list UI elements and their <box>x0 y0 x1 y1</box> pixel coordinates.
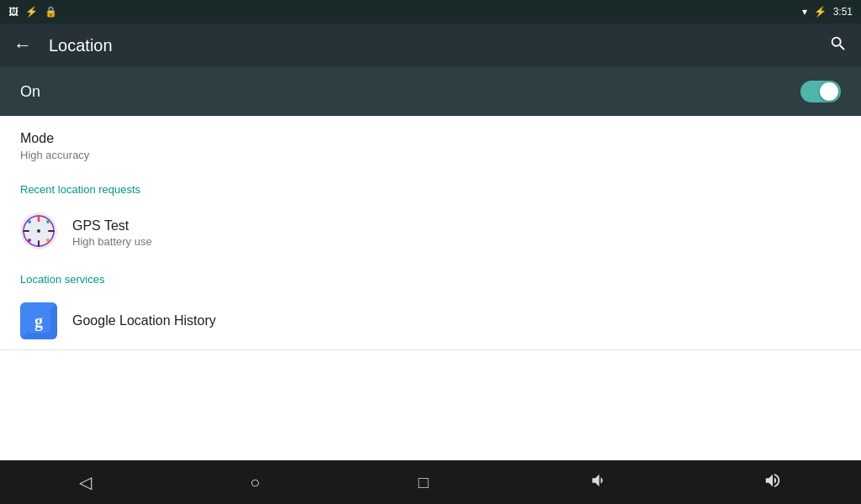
top-bar: ← Location <box>0 24 861 67</box>
toggle-knob <box>820 82 838 101</box>
lock-icon: 🔒 <box>45 6 57 18</box>
back-button[interactable]: ← <box>13 34 32 56</box>
gps-test-icon <box>20 213 57 253</box>
volume-down-button[interactable] <box>587 471 605 494</box>
page-title: Location <box>49 36 113 55</box>
toggle-label: On <box>20 83 40 101</box>
time-display: 3:51 <box>833 6 853 18</box>
status-icons-right: ▾ ⚡ 3:51 <box>802 6 853 18</box>
google-location-text: Google Location History <box>72 313 216 328</box>
back-nav-button[interactable]: ◁ <box>79 472 92 492</box>
search-button[interactable] <box>829 34 848 57</box>
gps-test-text: GPS Test High battery use <box>72 218 152 248</box>
svg-point-7 <box>46 220 50 223</box>
svg-point-8 <box>28 220 31 223</box>
volume-up-button[interactable] <box>763 471 782 494</box>
top-bar-left: ← Location <box>13 34 113 56</box>
status-bar: 🖼 ⚡ 🔒 ▾ ⚡ 3:51 <box>0 0 861 24</box>
bottom-nav: ◁ ○ □ <box>0 460 861 504</box>
wifi-icon: ▾ <box>802 6 807 18</box>
gps-test-detail: High battery use <box>72 235 152 248</box>
list-item[interactable]: GPS Test High battery use <box>0 202 861 263</box>
location-toggle[interactable] <box>800 81 841 102</box>
battery-icon: ⚡ <box>814 6 827 18</box>
mode-subtitle: High accuracy <box>20 149 841 161</box>
recent-nav-button[interactable]: □ <box>418 473 428 492</box>
mode-title: Mode <box>20 131 841 146</box>
status-icons-left: 🖼 ⚡ 🔒 <box>8 6 57 18</box>
google-location-history-item[interactable]: g Google Location History <box>0 292 861 349</box>
home-nav-button[interactable]: ○ <box>250 473 260 492</box>
google-icon: g <box>20 302 57 339</box>
main-content: Mode High accuracy Recent location reque… <box>0 116 861 460</box>
image-icon: 🖼 <box>8 6 18 18</box>
usb-icon: ⚡ <box>25 6 38 18</box>
google-location-name: Google Location History <box>72 313 216 328</box>
svg-point-10 <box>28 239 31 242</box>
svg-text:g: g <box>34 312 43 331</box>
toggle-row[interactable]: On <box>0 67 861 116</box>
svg-point-9 <box>46 239 50 242</box>
recent-requests-heading: Recent location requests <box>0 173 861 202</box>
location-services-heading: Location services <box>0 263 861 292</box>
divider <box>0 349 861 350</box>
gps-test-name: GPS Test <box>72 218 152 234</box>
mode-section[interactable]: Mode High accuracy <box>0 116 861 173</box>
svg-point-2 <box>37 229 40 233</box>
